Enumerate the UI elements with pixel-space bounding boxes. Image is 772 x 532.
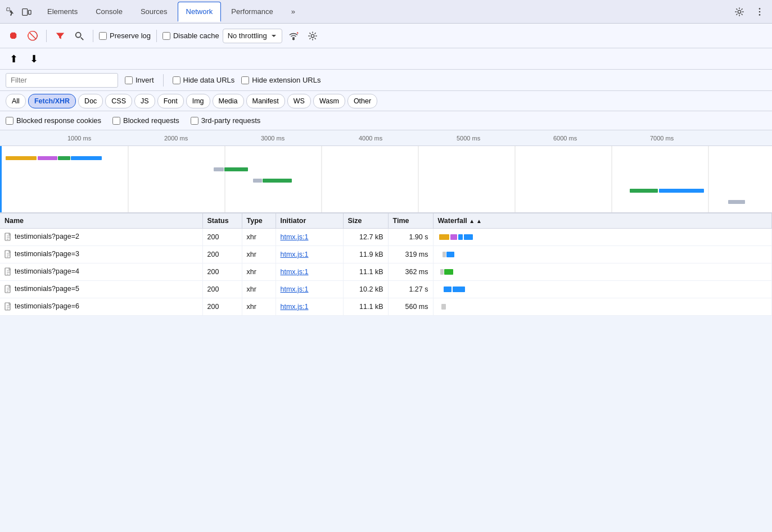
col-header-initiator[interactable]: Initiator: [276, 213, 343, 229]
type-btn-js[interactable]: JS: [134, 94, 155, 108]
type-btn-other[interactable]: Other: [347, 94, 377, 108]
download-button[interactable]: ⬇: [26, 51, 42, 67]
row-waterfall: [433, 298, 772, 316]
row-name: testimonials?page=2: [15, 233, 79, 240]
row-initiator[interactable]: htmx.js:1: [281, 268, 309, 276]
row-status: 200: [202, 246, 242, 263]
network-settings-button[interactable]: [305, 28, 320, 44]
preserve-log-checkbox[interactable]: Preserve log: [99, 31, 151, 40]
row-initiator[interactable]: htmx.js:1: [281, 251, 309, 258]
more-options-icon[interactable]: [752, 4, 768, 20]
blocked-response-cookies-checkbox[interactable]: Blocked response cookies: [6, 116, 101, 125]
wifi-icon[interactable]: [286, 28, 301, 44]
hide-extension-urls-checkbox[interactable]: Hide extension URLs: [241, 76, 320, 84]
divider3: [156, 30, 157, 42]
tab-bar-actions: [732, 4, 768, 20]
divider4: [163, 74, 164, 87]
row-waterfall: [433, 229, 772, 246]
hide-data-urls-checkbox[interactable]: Hide data URLs: [173, 76, 235, 84]
filter-icon-button[interactable]: [52, 28, 68, 44]
table-row[interactable]: testimonials?page=2200xhrhtmx.js:112.7 k…: [0, 229, 772, 246]
devtools-icons: [4, 6, 33, 18]
row-time: 362 ms: [388, 263, 433, 281]
waterfall-bar: [441, 304, 446, 310]
type-btn-css[interactable]: CSS: [105, 94, 132, 108]
table-row[interactable]: testimonials?page=4200xhrhtmx.js:111.1 k…: [0, 263, 772, 281]
row-size: 11.1 kB: [343, 263, 388, 281]
svg-point-9: [292, 38, 294, 40]
disable-cache-checkbox[interactable]: Disable cache: [162, 31, 219, 40]
row-time: 560 ms: [388, 298, 433, 316]
network-toolbar: ⏺ 🚫 Preserve log Disable cache No thrott…: [0, 24, 772, 48]
network-table: Name Status Type Initiator Size Time Wat…: [0, 213, 772, 316]
col-header-size[interactable]: Size: [343, 213, 388, 229]
hide-data-urls-input[interactable]: [173, 76, 180, 84]
row-type: xhr: [242, 263, 276, 281]
type-btn-ws[interactable]: WS: [287, 94, 311, 108]
tab-more[interactable]: »: [283, 2, 303, 22]
svg-rect-22: [71, 156, 102, 160]
waterfall-bar: [450, 234, 457, 240]
third-party-requests-checkbox[interactable]: 3rd-party requests: [191, 116, 261, 125]
tab-sources[interactable]: Sources: [133, 2, 175, 22]
svg-rect-24: [224, 167, 248, 171]
row-initiator[interactable]: htmx.js:1: [281, 233, 309, 241]
timeline-chart: [0, 146, 772, 213]
table-row[interactable]: testimonials?page=3200xhrhtmx.js:111.9 k…: [0, 246, 772, 263]
hide-extension-urls-input[interactable]: [241, 76, 249, 84]
type-btn-img[interactable]: Img: [186, 94, 210, 108]
type-btn-media[interactable]: Media: [213, 94, 244, 108]
type-btn-all[interactable]: All: [6, 94, 26, 108]
toolbar-row2: ⬆ ⬇: [0, 48, 772, 70]
tab-console[interactable]: Console: [88, 2, 130, 22]
timeline-tick-5: 6000 ms: [553, 135, 577, 142]
timeline-tick-6: 7000 ms: [650, 135, 674, 142]
disable-cache-input[interactable]: [162, 32, 170, 40]
svg-rect-2: [29, 10, 31, 14]
record-stop-button[interactable]: ⏺: [6, 28, 21, 44]
invert-checkbox[interactable]: Invert: [125, 76, 154, 84]
cursor-icon[interactable]: [4, 6, 17, 18]
tab-network[interactable]: Network: [178, 2, 222, 22]
blocked-requests-input[interactable]: [112, 117, 120, 125]
col-header-waterfall[interactable]: Waterfall ▲: [433, 213, 772, 229]
preserve-log-input[interactable]: [99, 32, 107, 40]
svg-point-7: [76, 32, 81, 37]
table-row[interactable]: testimonials?page=6200xhrhtmx.js:111.1 k…: [0, 298, 772, 316]
invert-input[interactable]: [125, 76, 133, 84]
row-time: 319 ms: [388, 246, 433, 263]
waterfall-bar: [453, 287, 465, 292]
svg-point-4: [759, 8, 761, 10]
settings-icon[interactable]: [732, 4, 747, 20]
device-icon[interactable]: [20, 6, 33, 18]
type-btn-manifest[interactable]: Manifest: [246, 94, 285, 108]
search-button[interactable]: [71, 28, 87, 44]
svg-rect-25: [253, 179, 262, 183]
row-initiator[interactable]: htmx.js:1: [281, 303, 309, 311]
filter-input[interactable]: [6, 73, 118, 88]
col-header-status[interactable]: Status: [202, 213, 242, 229]
row-name: testimonials?page=6: [15, 302, 79, 310]
blocked-requests-checkbox[interactable]: Blocked requests: [112, 116, 179, 125]
col-header-name[interactable]: Name: [0, 213, 202, 229]
col-header-time[interactable]: Time: [388, 213, 433, 229]
upload-button[interactable]: ⬆: [6, 51, 21, 67]
tab-performance[interactable]: Performance: [223, 2, 281, 22]
type-btn-font[interactable]: Font: [157, 94, 184, 108]
clear-button[interactable]: 🚫: [25, 28, 40, 44]
type-btn-fetch-xhr[interactable]: Fetch/XHR: [28, 94, 76, 108]
throttle-dropdown[interactable]: No throttling: [223, 29, 282, 43]
table-row[interactable]: testimonials?page=5200xhrhtmx.js:110.2 k…: [0, 281, 772, 298]
type-btn-doc[interactable]: Doc: [78, 94, 103, 108]
row-initiator[interactable]: htmx.js:1: [281, 285, 309, 293]
svg-point-11: [311, 34, 314, 37]
svg-rect-23: [214, 167, 224, 171]
type-btn-wasm[interactable]: Wasm: [313, 94, 345, 108]
third-party-requests-input[interactable]: [191, 117, 198, 125]
row-size: 10.2 kB: [343, 281, 388, 298]
row-time: 1.90 s: [388, 229, 433, 246]
blocked-response-cookies-input[interactable]: [6, 117, 13, 125]
tab-elements[interactable]: Elements: [39, 2, 85, 22]
col-header-type[interactable]: Type: [242, 213, 276, 229]
waterfall-bar: [464, 234, 473, 240]
